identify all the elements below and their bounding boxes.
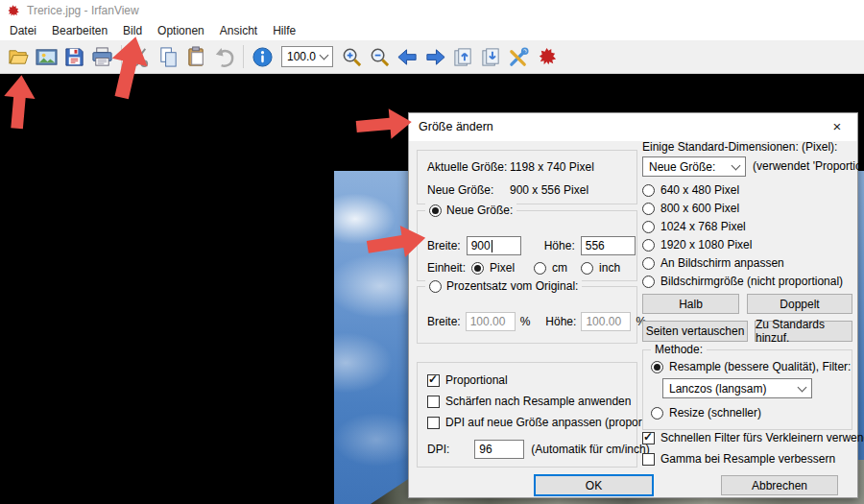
percent-width-label: Breite: bbox=[427, 315, 461, 328]
method-group-title: Methode: bbox=[651, 343, 707, 356]
last-image-button[interactable] bbox=[477, 43, 505, 70]
annotation-arrow-open-button bbox=[0, 73, 38, 132]
info-button[interactable] bbox=[249, 43, 276, 70]
ok-button[interactable]: OK bbox=[534, 474, 654, 496]
new-size-radio[interactable] bbox=[429, 204, 442, 217]
current-size-row: Aktuelle Größe: 1198 x 740 Pixel bbox=[427, 160, 594, 174]
irfanview-logo-icon bbox=[6, 4, 20, 18]
window-titlebar: Trerice.jpg - IrfanView bbox=[0, 0, 864, 21]
percent-sign: % bbox=[520, 315, 531, 328]
close-icon[interactable]: × bbox=[817, 113, 857, 141]
percent-group-title: Prozentsatz vom Original: bbox=[425, 279, 582, 293]
radio-640x480[interactable] bbox=[642, 184, 655, 197]
menu-ansicht[interactable]: Ansicht bbox=[212, 21, 265, 40]
width-label: Breite: bbox=[427, 239, 461, 252]
save-button[interactable] bbox=[60, 43, 88, 70]
info-icon bbox=[252, 46, 274, 68]
sharpen-checkbox[interactable] bbox=[427, 396, 440, 408]
undo-icon bbox=[213, 46, 235, 68]
dialog-titlebar[interactable]: Größe ändern × bbox=[409, 113, 857, 141]
standards-dropdown[interactable]: Neue Größe: bbox=[642, 156, 746, 177]
unit-label: Einheit: bbox=[427, 261, 466, 275]
proportional-checkbox[interactable] bbox=[427, 374, 440, 387]
dpi-label: DPI: bbox=[427, 443, 449, 456]
standard-option-1920x1080: 1920 x 1080 Pixel bbox=[642, 238, 752, 252]
zoom-out-icon bbox=[369, 46, 391, 68]
first-image-button[interactable] bbox=[449, 43, 477, 70]
menu-hilfe[interactable]: Hilfe bbox=[265, 21, 303, 40]
resize-radio[interactable] bbox=[651, 407, 663, 420]
undo-button[interactable] bbox=[210, 43, 238, 70]
label-1920x1080: 1920 x 1080 Pixel bbox=[660, 238, 752, 252]
slideshow-button[interactable] bbox=[33, 43, 60, 70]
fast-filter-checkbox[interactable] bbox=[642, 432, 655, 444]
tools-icon bbox=[508, 46, 530, 68]
copy-button[interactable] bbox=[155, 43, 182, 70]
filter-dropdown[interactable]: Lanczos (langsam) bbox=[662, 378, 812, 398]
red-devil-icon bbox=[536, 46, 558, 68]
arrow-right-icon bbox=[424, 46, 446, 68]
resize-dialog: Größe ändern × Aktuelle Größe: 1198 x 74… bbox=[408, 112, 858, 498]
settings-button[interactable] bbox=[505, 43, 533, 70]
standards-dropdown-value: Neue Größe: bbox=[649, 160, 715, 174]
radio-fit-screen[interactable] bbox=[642, 257, 655, 270]
current-size-value: 1198 x 740 Pixel bbox=[510, 160, 594, 174]
chevron-down-icon bbox=[798, 382, 807, 392]
unit-inch-radio[interactable] bbox=[581, 262, 593, 275]
radio-1024x768[interactable] bbox=[642, 221, 655, 233]
chevron-down-icon bbox=[320, 51, 329, 60]
add-to-standards-button[interactable]: Zu Standards hinzuf. bbox=[755, 321, 852, 342]
dpi-adjust-checkbox[interactable] bbox=[427, 417, 440, 429]
percent-width-input[interactable]: 100.00 bbox=[466, 312, 516, 331]
toolbar-separator bbox=[243, 45, 244, 68]
menu-datei[interactable]: Datei bbox=[2, 21, 44, 40]
zoom-level-value: 100.0 bbox=[287, 50, 316, 63]
unit-cm-radio[interactable] bbox=[534, 262, 546, 275]
dpi-row: DPI: 96 (Automatik für cm/inch) bbox=[427, 440, 650, 459]
open-button[interactable] bbox=[5, 43, 33, 70]
radio-800x600[interactable] bbox=[642, 203, 655, 215]
width-height-row: Breite: 900 Höhe: 556 bbox=[427, 236, 636, 255]
percent-group-label: Prozentsatz vom Original: bbox=[446, 279, 578, 293]
gamma-option: Gamma bei Resample verbessern bbox=[642, 452, 835, 466]
swap-sides-button[interactable]: Seiten vertauschen bbox=[642, 321, 748, 342]
resample-radio[interactable] bbox=[651, 361, 663, 373]
fast-filter-option: Schnellen Filter fürs Verkleinern verwen… bbox=[642, 431, 864, 444]
radio-1920x1080[interactable] bbox=[642, 239, 655, 252]
standard-option-800x600: 800 x 600 Pixel bbox=[642, 202, 739, 215]
percent-radio[interactable] bbox=[429, 280, 442, 293]
percent-height-input[interactable]: 100.00 bbox=[581, 312, 631, 331]
menu-optionen[interactable]: Optionen bbox=[150, 21, 212, 40]
dpi-adjust-option: DPI auf neue Größe anpassen (proport.) bbox=[427, 416, 652, 429]
zoom-out-button[interactable] bbox=[366, 43, 394, 70]
new-size-label: Neue Größe: bbox=[427, 183, 510, 197]
menu-bearbeiten[interactable]: Bearbeiten bbox=[44, 21, 115, 40]
next-image-button[interactable] bbox=[421, 43, 449, 70]
irfanview-about-button[interactable] bbox=[533, 43, 561, 70]
width-input[interactable]: 900 bbox=[467, 236, 521, 255]
half-button[interactable]: Halb bbox=[642, 294, 739, 314]
irfanview-window: Trerice.jpg - IrfanView Datei Bearbeiten… bbox=[0, 0, 864, 504]
previous-image-button[interactable] bbox=[394, 43, 421, 70]
arrow-left-icon bbox=[396, 46, 419, 68]
gamma-checkbox[interactable] bbox=[642, 453, 655, 466]
unit-pixel-radio[interactable] bbox=[471, 262, 484, 275]
standard-option-fit-screen: An Bildschirm anpassen bbox=[642, 256, 784, 270]
proportional-label: Proportional bbox=[445, 373, 508, 387]
radio-screen-size[interactable] bbox=[642, 276, 655, 288]
dpi-input[interactable]: 96 bbox=[474, 440, 524, 459]
cancel-button[interactable]: Abbrechen bbox=[721, 475, 838, 495]
zoom-in-button[interactable] bbox=[338, 43, 366, 70]
percent-width-value: 100.00 bbox=[470, 315, 506, 328]
method-group: Methode: Resample (bessere Qualität), Fi… bbox=[642, 349, 852, 430]
zoom-level-combo[interactable]: 100.0 bbox=[281, 46, 333, 67]
paste-icon bbox=[185, 46, 207, 68]
resize-option: Resize (schneller) bbox=[651, 406, 761, 420]
slideshow-icon bbox=[36, 46, 58, 68]
fast-filter-label: Schnellen Filter fürs Verkleinern verwen… bbox=[660, 431, 864, 444]
paste-button[interactable] bbox=[182, 43, 210, 70]
chevron-down-icon bbox=[732, 160, 741, 170]
height-input[interactable]: 556 bbox=[581, 236, 636, 255]
double-button[interactable]: Doppelt bbox=[747, 294, 852, 314]
width-value: 900 bbox=[471, 239, 491, 252]
